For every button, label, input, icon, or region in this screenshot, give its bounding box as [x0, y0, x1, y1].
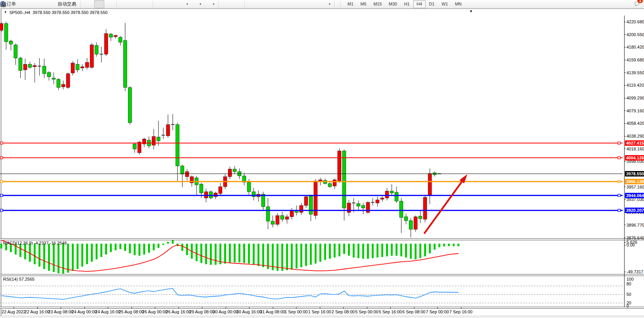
window-bottom-strip [0, 316, 644, 318]
shapes-button[interactable]: ▾ [319, 0, 332, 8]
chart-titlebar: ▼ SP500-,H4 3978.550 3978.550 3978.550 3… [2, 9, 626, 15]
autotrade-button[interactable]: 自动交易 [48, 0, 78, 8]
time-axis-tick [202, 307, 202, 309]
time-axis-label: 24 Aug 00:00 [72, 309, 97, 314]
time-axis-label: 30 Aug 00:00 [213, 309, 238, 314]
timeframe-m30-button[interactable]: M30 [385, 0, 400, 8]
zoom-out-button[interactable] [130, 0, 140, 8]
zoomout-icon [132, 1, 139, 7]
rsi-indicator-label: RSI(14) 57.2565 [3, 277, 35, 281]
line-chart-button[interactable] [104, 0, 114, 8]
mt4-app-window: 新订单自动交易▾▾▾EFAT▾M1M5M15M30H1H4D1W1MN1 ▼ S… [0, 0, 644, 318]
time-axis-tick [132, 307, 132, 309]
chart-shift-button[interactable] [167, 0, 177, 8]
horizontal-level-line[interactable] [0, 157, 623, 159]
time-axis-tick [155, 307, 155, 309]
channel-button[interactable]: E [279, 0, 289, 8]
indicators-icon [179, 1, 185, 7]
timeframe-m5-button[interactable]: M5 [357, 0, 370, 8]
chevron-down-icon[interactable]: ▾ [200, 2, 201, 6]
time-axis-label: 22 Aug 2022 [2, 309, 26, 314]
macd-scale-label: -49.7317 [626, 269, 643, 274]
crosshair-button[interactable] [232, 0, 242, 8]
zoomin-icon [122, 1, 128, 7]
axis-tick [624, 123, 626, 124]
text-button[interactable]: A [299, 0, 309, 8]
price-axis-label: 4018.160 [626, 147, 644, 151]
timeframe-h4-button[interactable]: H4 [413, 0, 426, 8]
timeframe-d1-button[interactable]: D1 [426, 0, 438, 8]
signals-button[interactable] [38, 0, 48, 8]
tile-windows-button[interactable] [140, 0, 151, 8]
axis-tick [624, 149, 626, 149]
timeframe-h1-button[interactable]: H1 [400, 0, 413, 8]
charts-icon [30, 1, 36, 7]
hline-button[interactable] [258, 0, 268, 8]
vline-button[interactable] [248, 0, 258, 8]
zoom-in-button[interactable] [120, 0, 130, 8]
price-level-badge: 3978.550 [625, 171, 644, 176]
time-axis-label: 7 Sep 00:00 [426, 309, 449, 314]
price-level-badge: 3966.128 [625, 179, 644, 184]
chart-symbol-period: SP500-,H4 [9, 10, 30, 15]
chevron-down-icon[interactable]: ▾ [186, 2, 188, 6]
toolbar-separator [244, 1, 247, 7]
axis-tick [624, 110, 626, 111]
price-axis-label: 4200.550 [626, 32, 644, 37]
template-icon [205, 1, 211, 7]
label-button[interactable]: T [309, 0, 319, 8]
chevron-down-icon[interactable]: ▾ [329, 2, 330, 6]
main-toolbar: 新订单自动交易▾▾▾EFAT▾M1M5M15M30H1H4D1W1MN1 [0, 0, 644, 9]
cursor-button[interactable] [222, 0, 232, 8]
search-icon [624, 0, 630, 7]
timeframe-w1-button[interactable]: W1 [438, 0, 452, 8]
indicators-button[interactable]: ▾ [177, 0, 190, 8]
time-axis-label: 2 Sep 08:00 [332, 309, 354, 314]
macd-pane[interactable] [0, 240, 624, 274]
chart-shift-marker-icon[interactable]: ▼ [469, 9, 473, 13]
toolbar-separator [80, 1, 83, 7]
autotrade-icon [50, 1, 56, 7]
trendline-button[interactable] [268, 0, 279, 8]
horizontal-level-line[interactable] [0, 142, 623, 144]
search-button[interactable] [624, 0, 630, 8]
time-axis-label: 25 Aug 08:00 [119, 309, 144, 314]
time-axis-label: 5 Sep 00:00 [355, 309, 378, 314]
price-pane[interactable] [0, 16, 624, 238]
auto-scroll-button[interactable] [156, 0, 167, 8]
macd-indicator-label: MACD(12,26,9) -4.2337 -16.2548 [3, 241, 67, 245]
horizontal-level-line[interactable] [0, 180, 623, 183]
fibonacci-button[interactable]: F [289, 0, 299, 8]
timeframe-mn-button[interactable]: MN [451, 0, 465, 8]
timeframe-m1-button[interactable]: M1 [344, 0, 357, 8]
chartshift-icon [168, 1, 175, 7]
timeframe-m15-button[interactable]: M15 [370, 0, 385, 8]
price-level-badge: 3920.207 [625, 208, 644, 213]
price-axis-label: 4058.420 [626, 121, 644, 126]
axis-tick [624, 161, 626, 162]
axis-tick [624, 199, 626, 200]
data-window-button[interactable] [28, 0, 38, 8]
candle-chart-button[interactable] [94, 0, 104, 8]
rsi-pane[interactable] [0, 276, 624, 307]
time-axis-label: 6 Sep 08:00 [402, 309, 425, 314]
chevron-down-icon[interactable]: ▾ [213, 2, 214, 6]
chevron-down-icon[interactable]: ▼ [4, 10, 7, 14]
toolbar-separator [153, 1, 156, 7]
price-level-badge: 3944.064 [625, 193, 644, 198]
periods-button[interactable]: ▾ [190, 0, 203, 8]
rsi-scale-label: 80 [626, 281, 631, 286]
bar-chart-button[interactable] [84, 0, 94, 8]
market-watch-button[interactable] [18, 0, 28, 8]
linechart-icon [106, 1, 112, 7]
time-axis-tick [437, 307, 438, 309]
labelT-icon: T [311, 1, 317, 7]
clock-icon [192, 1, 198, 7]
axis-tick [624, 238, 626, 238]
rsi-time-separator[interactable] [0, 307, 644, 309]
price-axis-label: 3896.770 [626, 223, 644, 227]
templates-button[interactable]: ▾ [203, 0, 216, 8]
candles [0, 21, 441, 237]
notifications-button[interactable]: 1 [634, 0, 640, 8]
time-axis-tick [179, 307, 179, 309]
